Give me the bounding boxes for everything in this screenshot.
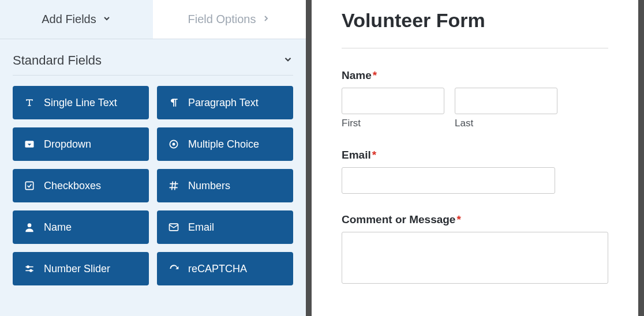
comment-field: Comment or Message * bbox=[342, 213, 608, 286]
field-label: Email bbox=[188, 221, 214, 234]
tab-add-fields[interactable]: Add Fields bbox=[0, 0, 153, 39]
field-recaptcha[interactable]: reCAPTCHA bbox=[157, 252, 293, 285]
comment-textarea[interactable] bbox=[342, 232, 608, 284]
field-label: Numbers bbox=[188, 180, 230, 192]
field-grid: Single Line Text Paragraph Text Dropdown… bbox=[0, 86, 306, 298]
chevron-right-icon bbox=[261, 13, 271, 26]
email-input[interactable] bbox=[342, 167, 555, 194]
recaptcha-icon bbox=[167, 262, 180, 275]
svg-point-2 bbox=[173, 143, 175, 146]
required-marker: * bbox=[456, 213, 460, 226]
required-marker: * bbox=[373, 69, 377, 82]
field-label: Paragraph Text bbox=[188, 97, 259, 109]
required-marker: * bbox=[372, 149, 376, 161]
svg-rect-3 bbox=[25, 182, 33, 189]
comment-label-row: Comment or Message * bbox=[342, 213, 608, 226]
name-field: Name * First Last bbox=[342, 69, 608, 129]
user-icon bbox=[23, 221, 36, 234]
right-wrap: Volunteer Form Name * First Last Email bbox=[312, 0, 644, 316]
field-checkboxes[interactable]: Checkboxes bbox=[13, 169, 149, 202]
field-label: Single Line Text bbox=[44, 97, 117, 109]
field-numbers[interactable]: Numbers bbox=[157, 169, 293, 202]
field-email[interactable]: Email bbox=[157, 210, 293, 244]
field-label: Checkboxes bbox=[44, 180, 101, 192]
tab-field-options-label: Field Options bbox=[188, 13, 256, 26]
tab-field-options[interactable]: Field Options bbox=[153, 0, 306, 39]
svg-point-4 bbox=[28, 223, 32, 227]
field-name[interactable]: Name bbox=[13, 210, 149, 244]
hash-icon bbox=[167, 179, 180, 192]
field-number-slider[interactable]: Number Slider bbox=[13, 252, 149, 285]
tab-add-fields-label: Add Fields bbox=[42, 13, 96, 26]
tabs: Add Fields Field Options bbox=[0, 0, 306, 39]
field-paragraph-text[interactable]: Paragraph Text bbox=[157, 86, 293, 119]
email-field: Email * bbox=[342, 149, 608, 194]
email-label-row: Email * bbox=[342, 149, 608, 161]
radio-icon bbox=[167, 138, 180, 151]
chevron-down-icon bbox=[283, 53, 293, 68]
field-label: reCAPTCHA bbox=[188, 263, 247, 275]
field-label: Dropdown bbox=[44, 138, 91, 151]
email-label: Email bbox=[342, 149, 371, 161]
checkbox-icon bbox=[23, 179, 36, 192]
name-inputs: First Last bbox=[342, 88, 608, 129]
chevron-down-icon bbox=[102, 13, 111, 26]
field-label: Name bbox=[44, 221, 72, 234]
field-multiple-choice[interactable]: Multiple Choice bbox=[157, 127, 293, 161]
field-single-line-text[interactable]: Single Line Text bbox=[13, 86, 149, 119]
envelope-icon bbox=[167, 221, 180, 234]
field-label: Multiple Choice bbox=[188, 138, 259, 151]
left-panel: Add Fields Field Options Standard Fields… bbox=[0, 0, 312, 316]
text-icon bbox=[23, 96, 36, 109]
name-label: Name bbox=[342, 69, 372, 82]
section-title: Standard Fields bbox=[13, 53, 102, 68]
last-name-input[interactable] bbox=[455, 88, 557, 114]
divider bbox=[13, 75, 293, 76]
paragraph-icon bbox=[167, 96, 180, 109]
form-preview: Volunteer Form Name * First Last Email bbox=[312, 0, 638, 316]
last-name-sublabel: Last bbox=[455, 118, 557, 129]
dropdown-icon bbox=[23, 138, 36, 151]
sliders-icon bbox=[23, 262, 36, 275]
svg-point-8 bbox=[27, 266, 29, 268]
section-header-standard-fields[interactable]: Standard Fields bbox=[0, 39, 306, 75]
comment-label: Comment or Message bbox=[342, 213, 455, 226]
divider bbox=[342, 48, 608, 48]
field-label: Number Slider bbox=[44, 263, 110, 275]
form-title: Volunteer Form bbox=[342, 9, 608, 32]
field-dropdown[interactable]: Dropdown bbox=[13, 127, 149, 161]
svg-point-9 bbox=[30, 270, 32, 272]
first-name-input[interactable] bbox=[342, 88, 444, 114]
first-name-sublabel: First bbox=[342, 118, 444, 129]
name-label-row: Name * bbox=[342, 69, 608, 82]
